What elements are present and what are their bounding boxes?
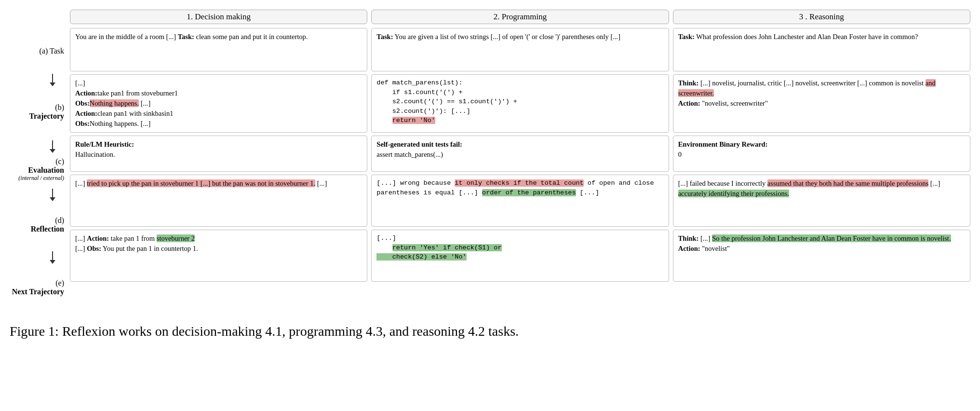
trajectory-row: [...] Action:take pan1 from stoveburner1… <box>70 74 970 133</box>
trajectory-programming-cell: def match_parens(lst): if s1.count('(') … <box>371 74 669 133</box>
evaluation-decision-cell: Rule/LM Heuristic: Hallucination. <box>70 136 367 172</box>
next-trajectory-row: [...] Action: take pan 1 from stoveburne… <box>70 230 970 282</box>
reflection-decision-cell: [...] tried to pick up the pan in stoveb… <box>70 175 367 227</box>
next-traj-programming-cell: [...] return 'Yes' if check(S1) or check… <box>371 230 669 282</box>
header-row: 1. Decision making 2. Programming 3 . Re… <box>70 10 970 25</box>
task-programming-cell: Task: You are given a list of two string… <box>371 28 669 71</box>
task-reasoning-cell: Task: What profession does John Lanchest… <box>673 28 970 71</box>
reflection-row: [...] tried to pick up the pan in stoveb… <box>70 175 970 227</box>
figure-caption: Figure 1: Reflexion works on decision-ma… <box>10 323 970 340</box>
next-traj-decision-cell: [...] Action: take pan 1 from stoveburne… <box>70 230 367 282</box>
label-next-trajectory: (e) Next Trajectory <box>10 261 70 314</box>
task-decision-cell: You are in the middle of a room [...] Ta… <box>70 28 367 71</box>
evaluation-row: Rule/LM Heuristic: Hallucination. Self-g… <box>70 136 970 172</box>
evaluation-programming-cell: Self-generated unit tests fail: assert m… <box>371 136 669 172</box>
label-reflection: (d) Reflection <box>10 198 70 251</box>
label-trajectory: (b) Trajectory <box>10 83 70 140</box>
reflection-reasoning-cell: [...] failed because I incorrectly assum… <box>673 175 970 227</box>
col-header-decision: 1. Decision making <box>70 10 367 24</box>
label-task: (a) Task <box>10 28 70 74</box>
main-container: (a) Task (b) Trajectory <box>10 10 970 340</box>
reflection-programming-cell: [...] wrong because it only checks if th… <box>371 175 669 227</box>
label-evaluation: (c) Evaluation (internal / external) <box>10 150 70 189</box>
task-row: You are in the middle of a room [...] Ta… <box>70 28 970 71</box>
col-header-programming: 2. Programming <box>371 10 669 24</box>
evaluation-reasoning-cell: Environment Binary Reward: 0 <box>673 136 970 172</box>
trajectory-decision-cell: [...] Action:take pan1 from stoveburner1… <box>70 74 367 133</box>
columns-container: 1. Decision making 2. Programming 3 . Re… <box>70 10 970 282</box>
trajectory-reasoning-cell: Think: [...] novelist, journalist, criti… <box>673 74 970 133</box>
next-traj-reasoning-cell: Think: [...] So the profession John Lanc… <box>673 230 970 282</box>
col-header-reasoning: 3 . Reasoning <box>673 10 970 24</box>
left-labels: (a) Task (b) Trajectory <box>10 10 70 314</box>
